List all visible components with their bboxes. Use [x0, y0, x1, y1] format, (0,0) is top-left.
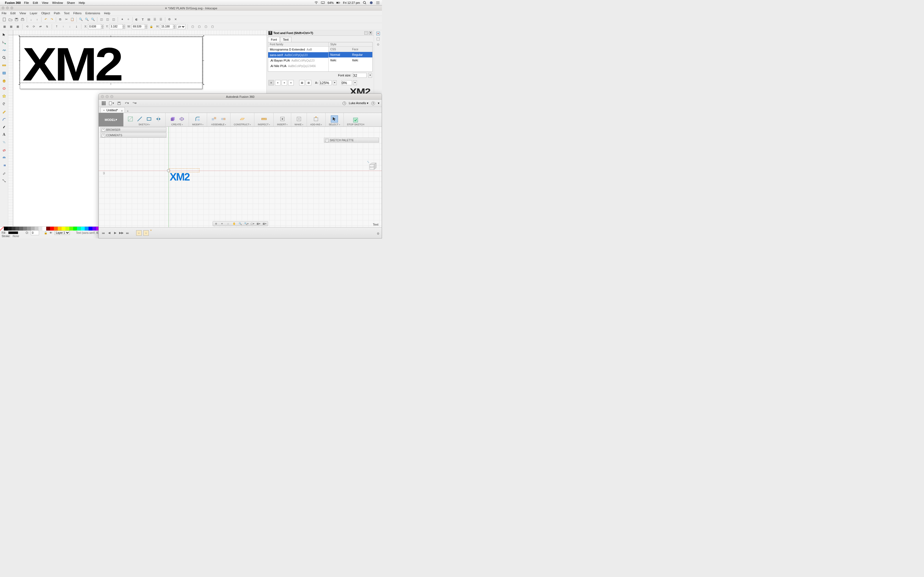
ribbon-insert[interactable]: INSERT	[274, 113, 291, 126]
font-size-input[interactable]	[353, 73, 367, 78]
align-justify-icon[interactable]: ≡	[288, 80, 294, 85]
user-menu[interactable]: Luke Annells ▾	[349, 102, 368, 105]
ribbon-create[interactable]: CREATE	[166, 113, 189, 126]
menu-view[interactable]: View	[42, 1, 48, 5]
ellipse-tool-icon[interactable]	[1, 85, 7, 92]
select-icon[interactable]	[331, 115, 338, 122]
ink-menu-edit[interactable]: Edit	[10, 11, 16, 15]
font-item-3[interactable]: .Al Nile PUAAaBbCcIiPpQq123456	[268, 63, 328, 69]
spacing-dd[interactable]: ▾	[333, 80, 337, 85]
fit-icon[interactable]: 🔍▾	[244, 222, 249, 226]
face-italic[interactable]: Italic	[351, 57, 373, 63]
clock[interactable]: Fri 12:27 pm	[343, 1, 360, 5]
snap-node-icon[interactable]	[376, 42, 380, 47]
sel-handle-se[interactable]: ↘	[202, 82, 205, 85]
window-controls[interactable]	[2, 6, 13, 9]
addins-icon[interactable]	[312, 115, 320, 122]
align-icon[interactable]: ☰	[152, 17, 158, 22]
viewport-icon[interactable]: ▦▾	[262, 222, 267, 226]
mirror-icon[interactable]	[155, 115, 162, 122]
ink-menu-file[interactable]: File	[2, 11, 6, 15]
joint2-icon[interactable]	[220, 115, 227, 122]
sel-handle-ne[interactable]: ↗	[202, 35, 205, 37]
menu-edit[interactable]: Edit	[33, 1, 38, 5]
data-panel-icon[interactable]	[101, 101, 107, 106]
timeline-fwd-icon[interactable]: ▶▶	[119, 231, 123, 235]
deselect-icon[interactable]: ▦	[15, 24, 20, 29]
print-icon[interactable]	[20, 17, 25, 22]
ungroup-icon[interactable]: ✧	[125, 17, 131, 22]
affect-3-icon[interactable]: ▢	[203, 24, 208, 29]
lower-bottom-icon[interactable]: ⤓	[74, 24, 79, 29]
workspace-model-button[interactable]: MODEL ▾	[99, 113, 123, 126]
ribbon-construct[interactable]: CONSTRUCT	[231, 113, 254, 126]
fill-stroke-icon[interactable]: ◐	[134, 17, 139, 22]
align-left-icon[interactable]: ≡	[268, 80, 274, 85]
help-icon[interactable]: ?	[371, 102, 375, 105]
align-right-icon[interactable]: ≡	[282, 80, 287, 85]
fillet-icon[interactable]	[194, 115, 201, 122]
redo-icon[interactable]: ↷	[49, 17, 55, 22]
select-layers-icon[interactable]: ▦	[8, 24, 14, 29]
stroke-value[interactable]: None	[13, 235, 19, 238]
fill-chip[interactable]	[8, 231, 18, 234]
viewcube[interactable]: RIGHT z	[367, 161, 378, 172]
node-tool-icon[interactable]	[1, 39, 7, 46]
menu-share[interactable]: Share	[67, 1, 75, 5]
ink-menu-layer[interactable]: Layer	[30, 11, 37, 15]
panel-min-icon[interactable]: ▫	[364, 31, 368, 35]
ink-menu-help[interactable]: Help	[104, 11, 110, 15]
x-input[interactable]	[88, 24, 101, 29]
flip-v-icon[interactable]: ⇅	[44, 24, 50, 29]
style-normal[interactable]: Normal	[329, 52, 351, 57]
ribbon-select[interactable]: SELECT	[326, 113, 344, 126]
undo-icon[interactable]: ↶	[43, 17, 48, 22]
timeline-marker[interactable]: ▼	[150, 229, 152, 232]
app-name[interactable]: Fusion 360	[5, 1, 21, 5]
lower-icon[interactable]: ↓	[67, 24, 73, 29]
flip-h-icon[interactable]: ⇄	[38, 24, 43, 29]
text-rtl-icon[interactable]: ▥	[306, 80, 311, 85]
zoom-fit-icon[interactable]: 🔍	[90, 17, 96, 22]
import-icon[interactable]: ↓	[28, 17, 34, 22]
timeline-start-icon[interactable]: ⏮	[101, 231, 105, 235]
dimension-label[interactable]: 25	[103, 172, 105, 174]
unit-select[interactable]: px	[177, 24, 186, 29]
calligraphy-tool-icon[interactable]	[1, 124, 7, 130]
measure-icon[interactable]	[260, 115, 268, 122]
ink-menu-path[interactable]: Path	[54, 11, 60, 15]
font-item-1[interactable]: sans-serifAaBbCcIiPpQq123	[268, 52, 328, 58]
paste-icon[interactable]: 📋	[69, 17, 75, 22]
user-icon[interactable]	[369, 1, 373, 5]
ink-menu-view[interactable]: View	[19, 11, 26, 15]
save-icon[interactable]	[116, 101, 122, 106]
opacity-input[interactable]	[31, 230, 39, 235]
stop-sketch-button[interactable]: STOP SKETCH	[344, 113, 368, 126]
display-icon[interactable]: ▢▾	[250, 222, 255, 226]
xml-icon[interactable]: ▤	[146, 17, 152, 22]
prefs-icon[interactable]: ⚙	[166, 17, 172, 22]
zoom-tool-icon[interactable]	[1, 55, 7, 61]
battery-icon[interactable]	[336, 2, 340, 4]
ruler-vertical[interactable]	[8, 35, 13, 232]
clone-icon[interactable]: ◫	[99, 17, 104, 22]
menu-icon[interactable]	[376, 2, 380, 4]
timeline-end-icon[interactable]: ⏭	[125, 231, 129, 235]
h-input[interactable]	[160, 24, 173, 29]
plane-icon[interactable]	[239, 115, 246, 122]
text-tool-icon[interactable]: A	[1, 131, 7, 138]
spacing-dd2[interactable]: ▾	[353, 80, 357, 85]
sel-handle-w[interactable]: ↔	[18, 59, 21, 61]
eraser-tool-icon[interactable]	[1, 147, 7, 153]
sel-handle-e[interactable]: ↔	[202, 59, 205, 61]
letter-spacing-input[interactable]	[342, 80, 352, 85]
ribbon-modify[interactable]: MODIFY	[189, 113, 207, 126]
measure-tool-icon[interactable]	[1, 62, 7, 69]
group-icon[interactable]: ✦	[120, 17, 125, 22]
raise-icon[interactable]: ↑	[60, 24, 66, 29]
fusion-window-controls[interactable]	[101, 95, 113, 98]
timeline-back-icon[interactable]: ◀	[107, 231, 111, 235]
timeline-settings-icon[interactable]: ⚙	[377, 232, 380, 235]
star-tool-icon[interactable]	[1, 93, 7, 100]
orbit-icon[interactable]: ⊕	[214, 222, 218, 226]
